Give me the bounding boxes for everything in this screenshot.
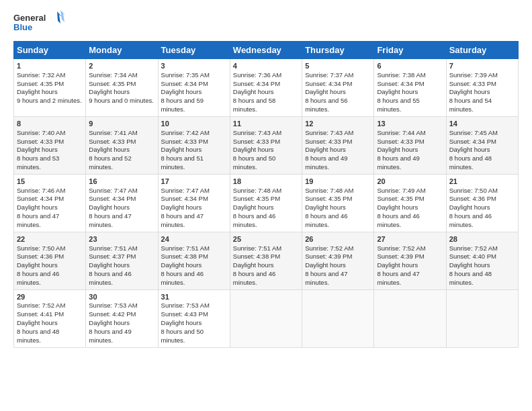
daylight-duration: 8 hours and 55 minutes.	[377, 97, 419, 113]
daylight-duration: 8 hours and 50 minutes.	[161, 328, 204, 344]
daylight-duration: 8 hours and 51 minutes.	[161, 154, 204, 171]
daylight: Daylight hours	[449, 261, 490, 269]
calendar-cell: 2Sunrise: 7:34 AMSunset: 4:35 PMDaylight…	[86, 59, 158, 117]
col-header-tuesday: Tuesday	[158, 42, 230, 59]
sunrise: Sunrise: 7:50 AM	[449, 187, 498, 194]
day-number: 10	[161, 119, 227, 129]
day-number: 6	[377, 61, 443, 71]
sunset: Sunset: 4:35 PM	[377, 195, 424, 202]
calendar-cell	[446, 289, 518, 347]
calendar-cell	[374, 289, 446, 347]
daylight: Daylight hours	[377, 88, 418, 95]
sunrise: Sunrise: 7:52 AM	[305, 244, 353, 252]
calendar-cell: 26Sunrise: 7:52 AMSunset: 4:39 PMDayligh…	[302, 232, 374, 289]
daylight: Daylight hours	[377, 203, 418, 211]
daylight-duration: 8 hours and 49 minutes.	[89, 328, 131, 344]
day-number: 31	[161, 292, 227, 302]
calendar-cell	[230, 289, 302, 347]
daylight: Daylight hours	[305, 261, 346, 269]
day-number: 22	[17, 234, 83, 244]
day-number: 3	[161, 61, 227, 71]
daylight-duration: 8 hours and 54 minutes.	[449, 97, 492, 113]
sunrise: Sunrise: 7:40 AM	[17, 129, 65, 136]
calendar-cell: 7Sunrise: 7:39 AMSunset: 4:33 PMDaylight…	[446, 59, 518, 117]
daylight: Daylight hours	[161, 146, 202, 153]
daylight: Daylight hours	[305, 88, 346, 95]
sunset: Sunset: 4:37 PM	[89, 253, 136, 260]
sunset: Sunset: 4:38 PM	[233, 253, 280, 260]
sunrise: Sunrise: 7:52 AM	[377, 244, 425, 252]
calendar-cell: 9Sunrise: 7:41 AMSunset: 4:33 PMDaylight…	[86, 116, 158, 174]
svg-text:General: General	[13, 13, 46, 23]
day-number: 13	[377, 119, 443, 129]
day-number: 20	[377, 177, 443, 187]
sunset: Sunset: 4:33 PM	[377, 138, 424, 145]
daylight: Daylight hours	[305, 203, 346, 211]
svg-text:Blue: Blue	[13, 22, 32, 32]
day-number: 23	[89, 234, 154, 244]
sunset: Sunset: 4:35 PM	[89, 80, 136, 87]
daylight: Daylight hours	[233, 261, 274, 269]
daylight-duration: 9 hours and 0 minutes.	[89, 97, 154, 104]
daylight: Daylight hours	[89, 146, 130, 153]
sunset: Sunset: 4:34 PM	[161, 80, 208, 87]
daylight: Daylight hours	[17, 203, 58, 211]
daylight-duration: 8 hours and 47 minutes.	[17, 212, 59, 228]
day-number: 14	[449, 119, 515, 129]
daylight: Daylight hours	[449, 146, 490, 153]
calendar-table: SundayMondayTuesdayWednesdayThursdayFrid…	[13, 41, 519, 348]
sunset: Sunset: 4:34 PM	[161, 195, 208, 202]
sunset: Sunset: 4:34 PM	[17, 195, 64, 202]
daylight-duration: 8 hours and 49 minutes.	[377, 154, 419, 171]
day-number: 26	[305, 234, 371, 244]
daylight: Daylight hours	[377, 261, 418, 269]
calendar-cell: 12Sunrise: 7:43 AMSunset: 4:33 PMDayligh…	[302, 116, 374, 174]
sunrise: Sunrise: 7:53 AM	[89, 302, 137, 309]
sunset: Sunset: 4:35 PM	[305, 195, 352, 202]
day-number: 25	[233, 234, 299, 244]
daylight-duration: 9 hours and 2 minutes.	[17, 97, 82, 104]
header: General Blue	[13, 10, 519, 36]
sunset: Sunset: 4:33 PM	[449, 80, 496, 87]
sunrise: Sunrise: 7:52 AM	[449, 244, 498, 252]
sunset: Sunset: 4:36 PM	[17, 253, 64, 260]
day-number: 1	[17, 61, 83, 71]
calendar-cell: 23Sunrise: 7:51 AMSunset: 4:37 PMDayligh…	[86, 232, 158, 289]
sunset: Sunset: 4:38 PM	[161, 253, 208, 260]
day-number: 2	[89, 61, 154, 71]
daylight-duration: 8 hours and 48 minutes.	[17, 328, 59, 344]
day-number: 4	[233, 61, 299, 71]
daylight-duration: 8 hours and 46 minutes.	[377, 212, 419, 228]
daylight-duration: 8 hours and 47 minutes.	[89, 212, 131, 228]
calendar-cell: 1Sunrise: 7:32 AMSunset: 4:35 PMDaylight…	[14, 59, 86, 117]
calendar-cell: 11Sunrise: 7:43 AMSunset: 4:33 PMDayligh…	[230, 116, 302, 174]
week-row-1: 1Sunrise: 7:32 AMSunset: 4:35 PMDaylight…	[14, 59, 519, 117]
daylight: Daylight hours	[377, 146, 418, 153]
col-header-sunday: Sunday	[14, 42, 86, 59]
logo: General Blue	[13, 10, 67, 36]
daylight: Daylight hours	[233, 88, 274, 95]
daylight: Daylight hours	[233, 203, 274, 211]
day-number: 5	[305, 61, 371, 71]
calendar-cell: 20Sunrise: 7:49 AMSunset: 4:35 PMDayligh…	[374, 174, 446, 232]
daylight-duration: 8 hours and 56 minutes.	[305, 97, 347, 113]
daylight: Daylight hours	[17, 88, 58, 95]
calendar-cell: 18Sunrise: 7:48 AMSunset: 4:35 PMDayligh…	[230, 174, 302, 232]
daylight-duration: 8 hours and 53 minutes.	[17, 154, 59, 171]
week-row-3: 15Sunrise: 7:46 AMSunset: 4:34 PMDayligh…	[14, 174, 519, 232]
calendar-cell: 6Sunrise: 7:38 AMSunset: 4:34 PMDaylight…	[374, 59, 446, 117]
calendar-cell: 21Sunrise: 7:50 AMSunset: 4:36 PMDayligh…	[446, 174, 518, 232]
calendar-cell: 15Sunrise: 7:46 AMSunset: 4:34 PMDayligh…	[14, 174, 86, 232]
sunset: Sunset: 4:33 PM	[17, 138, 64, 145]
col-header-thursday: Thursday	[302, 42, 374, 59]
day-number: 16	[89, 177, 154, 187]
daylight: Daylight hours	[305, 146, 346, 153]
daylight: Daylight hours	[89, 261, 130, 269]
daylight: Daylight hours	[161, 319, 202, 326]
daylight: Daylight hours	[449, 203, 490, 211]
sunrise: Sunrise: 7:50 AM	[17, 244, 65, 252]
sunrise: Sunrise: 7:45 AM	[449, 129, 498, 136]
sunrise: Sunrise: 7:52 AM	[17, 302, 65, 309]
day-number: 30	[89, 292, 154, 302]
sunrise: Sunrise: 7:53 AM	[161, 302, 210, 309]
